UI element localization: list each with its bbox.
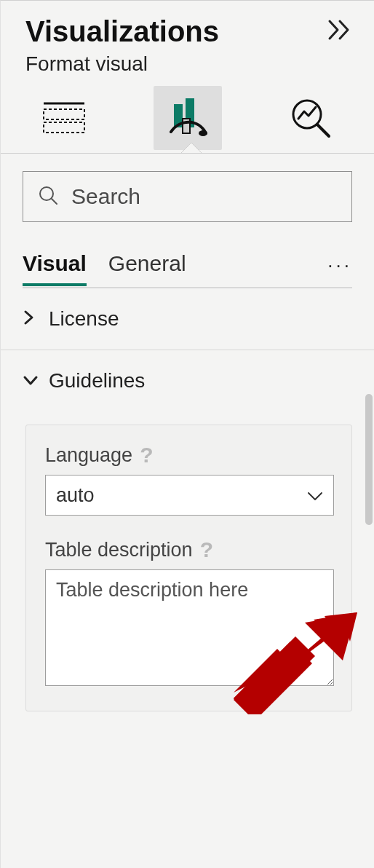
analytics-magnifier-icon [290, 97, 332, 139]
panel-title: Visualizations [25, 15, 219, 48]
subtab-visual[interactable]: Visual [23, 251, 87, 286]
language-label: Language [45, 444, 132, 467]
search-input[interactable] [70, 184, 349, 210]
table-fields-icon [42, 100, 86, 135]
tab-divider [1, 153, 374, 154]
chevron-down-icon [307, 484, 323, 507]
format-tab-row [1, 83, 374, 151]
svg-line-10 [52, 199, 57, 204]
subtab-more-button[interactable]: ··· [327, 254, 352, 284]
chevron-double-right-icon [327, 19, 352, 41]
svg-point-6 [199, 130, 207, 136]
language-label-row: Language ? [45, 443, 334, 467]
active-tab-notch [181, 143, 202, 153]
panel-subtitle: Format visual [1, 48, 374, 83]
format-tab-button[interactable] [154, 86, 222, 150]
visualizations-panel: Visualizations Format visual [0, 0, 374, 868]
chevron-down-icon [23, 369, 41, 392]
search-icon [38, 185, 58, 208]
help-icon[interactable]: ? [200, 537, 213, 562]
svg-line-8 [317, 125, 329, 136]
paintbrush-icon [167, 97, 209, 139]
section-license-label: License [49, 307, 119, 331]
scrollbar-thumb[interactable] [365, 394, 373, 525]
language-value: auto [56, 484, 95, 507]
search-container [1, 154, 374, 222]
table-description-input[interactable] [45, 569, 334, 686]
section-guidelines[interactable]: Guidelines [1, 350, 374, 411]
chevron-right-icon [23, 307, 41, 331]
fields-tab-button[interactable] [30, 86, 98, 150]
language-select[interactable]: auto [45, 475, 334, 516]
search-box[interactable] [23, 171, 352, 222]
help-icon[interactable]: ? [140, 443, 153, 467]
collapse-panel-button[interactable] [327, 17, 352, 47]
panel-header: Visualizations [1, 1, 374, 48]
section-guidelines-label: Guidelines [49, 369, 145, 392]
subtab-general[interactable]: General [108, 251, 186, 286]
svg-rect-1 [44, 109, 84, 119]
format-subtabs: Visual General ··· [1, 222, 374, 287]
table-description-label: Table description [45, 539, 193, 561]
table-description-label-row: Table description ? [45, 537, 334, 562]
guidelines-card: Language ? auto Table description ? [25, 425, 352, 711]
svg-rect-2 [44, 122, 84, 133]
analytics-tab-button[interactable] [276, 86, 345, 150]
section-license[interactable]: License [1, 288, 374, 350]
